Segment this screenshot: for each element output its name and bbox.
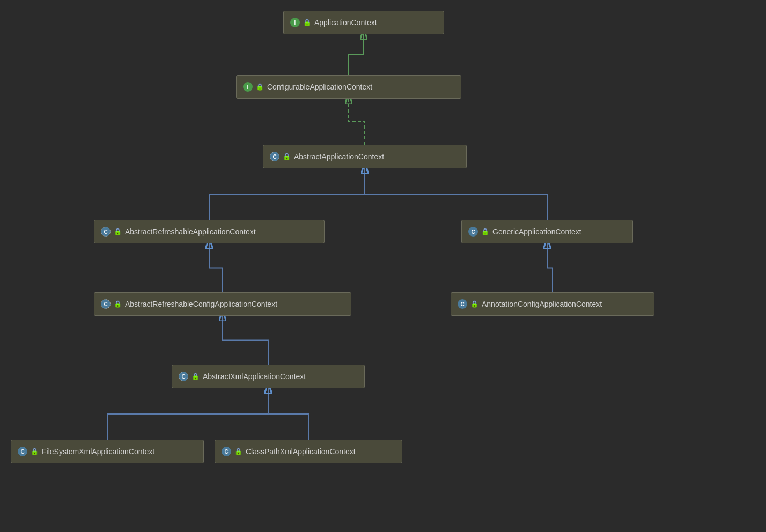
visibility-icon-applicationcontext: 🔒 xyxy=(303,19,311,26)
type-badge-abstractrefreshableapplicationcontext: C xyxy=(101,227,111,237)
diagram-container: I🔒ApplicationContextI🔒ConfigurableApplic… xyxy=(0,0,766,532)
type-badge-abstractrefreshableconfigapplicationcontext: C xyxy=(101,299,111,309)
node-label-annotationconfigapplicationcontext: AnnotationConfigApplicationContext xyxy=(482,300,602,308)
arrow-filesystemxmlapplicationcontext-to-abstractxmlapplicationcontext xyxy=(107,388,268,440)
node-genericapplicationcontext[interactable]: C🔒GenericApplicationContext xyxy=(461,220,633,243)
arrow-genericapplicationcontext-to-abstractapplicationcontext xyxy=(365,168,547,220)
arrow-abstractrefreshableapplicationcontext-to-abstractapplicationcontext xyxy=(209,168,365,220)
node-filesystemxmlapplicationcontext[interactable]: C🔒FileSystemXmlApplicationContext xyxy=(11,440,204,463)
arrow-configurableapplicationcontext-to-applicationcontext xyxy=(349,34,364,75)
type-badge-abstractxmlapplicationcontext: C xyxy=(179,372,188,381)
node-abstractxmlapplicationcontext[interactable]: C🔒AbstractXmlApplicationContext xyxy=(172,365,365,388)
node-label-abstractxmlapplicationcontext: AbstractXmlApplicationContext xyxy=(203,372,306,381)
node-abstractapplicationcontext[interactable]: C🔒AbstractApplicationContext xyxy=(263,145,467,168)
type-badge-configurableapplicationcontext: I xyxy=(243,82,253,92)
visibility-icon-annotationconfigapplicationcontext: 🔒 xyxy=(470,300,478,308)
type-badge-annotationconfigapplicationcontext: C xyxy=(458,299,467,309)
visibility-icon-abstractrefreshableconfigapplicationcontext: 🔒 xyxy=(114,300,122,308)
node-label-applicationcontext: ApplicationContext xyxy=(314,18,377,27)
node-classpathxmlapplicationcontext[interactable]: C🔒ClassPathXmlApplicationContext xyxy=(215,440,402,463)
visibility-icon-genericapplicationcontext: 🔒 xyxy=(481,228,489,235)
visibility-icon-configurableapplicationcontext: 🔒 xyxy=(256,83,264,91)
type-badge-genericapplicationcontext: C xyxy=(468,227,478,237)
node-label-classpathxmlapplicationcontext: ClassPathXmlApplicationContext xyxy=(246,447,356,456)
visibility-icon-abstractrefreshableapplicationcontext: 🔒 xyxy=(114,228,122,235)
node-abstractrefreshableapplicationcontext[interactable]: C🔒AbstractRefreshableApplicationContext xyxy=(94,220,325,243)
node-annotationconfigapplicationcontext[interactable]: C🔒AnnotationConfigApplicationContext xyxy=(451,292,654,316)
node-abstractrefreshableconfigapplicationcontext[interactable]: C🔒AbstractRefreshableConfigApplicationCo… xyxy=(94,292,351,316)
node-label-abstractapplicationcontext: AbstractApplicationContext xyxy=(294,152,384,161)
visibility-icon-filesystemxmlapplicationcontext: 🔒 xyxy=(31,448,39,455)
arrow-annotationconfigapplicationcontext-to-genericapplicationcontext xyxy=(547,243,553,292)
arrow-classpathxmlapplicationcontext-to-abstractxmlapplicationcontext xyxy=(268,388,308,440)
node-label-filesystemxmlapplicationcontext: FileSystemXmlApplicationContext xyxy=(42,447,154,456)
type-badge-abstractapplicationcontext: C xyxy=(270,152,279,161)
type-badge-applicationcontext: I xyxy=(290,18,300,27)
node-label-abstractrefreshableapplicationcontext: AbstractRefreshableApplicationContext xyxy=(125,227,256,236)
visibility-icon-abstractxmlapplicationcontext: 🔒 xyxy=(192,373,200,380)
arrow-abstractxmlapplicationcontext-to-abstractrefreshableconfigapplicationcontext xyxy=(223,316,268,365)
node-applicationcontext[interactable]: I🔒ApplicationContext xyxy=(283,11,444,34)
visibility-icon-classpathxmlapplicationcontext: 🔒 xyxy=(234,448,242,455)
node-label-abstractrefreshableconfigapplicationcontext: AbstractRefreshableConfigApplicationCont… xyxy=(125,300,277,308)
visibility-icon-abstractapplicationcontext: 🔒 xyxy=(283,153,291,160)
type-badge-classpathxmlapplicationcontext: C xyxy=(222,447,231,456)
node-configurableapplicationcontext[interactable]: I🔒ConfigurableApplicationContext xyxy=(236,75,461,99)
type-badge-filesystemxmlapplicationcontext: C xyxy=(18,447,27,456)
node-label-genericapplicationcontext: GenericApplicationContext xyxy=(492,227,581,236)
arrow-abstractrefreshableconfigapplicationcontext-to-abstractrefreshableapplicationcontext xyxy=(209,243,223,292)
arrow-abstractapplicationcontext-to-configurableapplicationcontext xyxy=(349,99,365,145)
node-label-configurableapplicationcontext: ConfigurableApplicationContext xyxy=(267,83,372,91)
